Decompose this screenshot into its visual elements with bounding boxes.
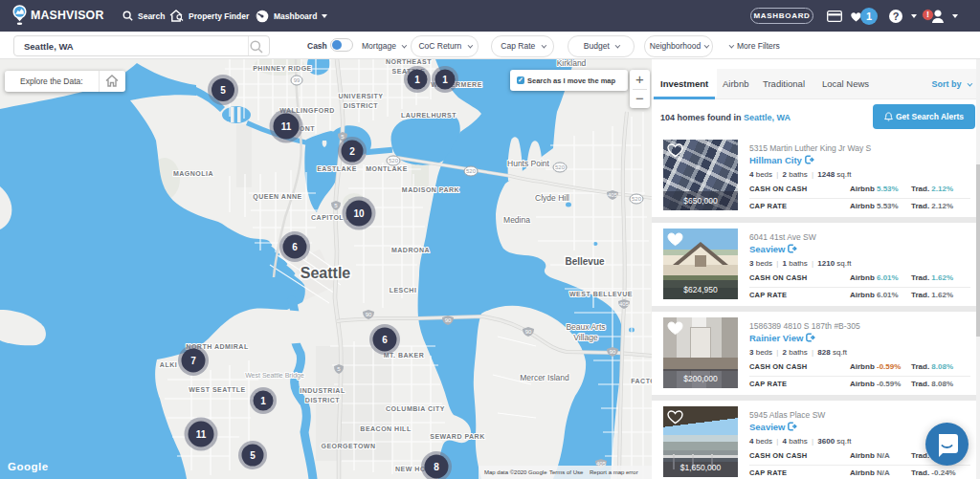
svg-text:11: 11 xyxy=(281,121,292,132)
svg-text:5: 5 xyxy=(250,450,256,461)
svg-text:405: 405 xyxy=(608,192,618,198)
svg-text:7: 7 xyxy=(190,356,196,366)
svg-text:UNIVERSITY: UNIVERSITY xyxy=(338,93,383,99)
svg-text:Beaux Arts: Beaux Arts xyxy=(566,322,605,332)
svg-text:520: 520 xyxy=(632,196,642,202)
svg-text:Village: Village xyxy=(573,333,598,342)
svg-text:DISTRICT: DISTRICT xyxy=(344,102,379,109)
svg-text:90: 90 xyxy=(610,349,616,355)
svg-text:GEORGETOWN: GEORGETOWN xyxy=(322,443,376,449)
svg-text:2: 2 xyxy=(349,146,355,157)
svg-text:NORTHEAST: NORTHEAST xyxy=(386,59,432,65)
svg-text:EASTLAKE: EASTLAKE xyxy=(317,165,357,172)
svg-text:MADISON PARK: MADISON PARK xyxy=(402,186,459,193)
svg-text:520: 520 xyxy=(555,164,566,170)
svg-text:LAURELHURST: LAURELHURST xyxy=(401,112,457,119)
svg-text:Terms of Use: Terms of Use xyxy=(549,469,584,475)
svg-text:10: 10 xyxy=(353,208,365,219)
svg-text:8: 8 xyxy=(434,462,439,472)
svg-text:99: 99 xyxy=(294,77,301,83)
svg-text:Seattle: Seattle xyxy=(301,265,351,281)
svg-text:5: 5 xyxy=(220,85,226,96)
svg-text:Medina: Medina xyxy=(503,215,530,225)
svg-text:520: 520 xyxy=(389,158,399,163)
svg-text:405: 405 xyxy=(619,301,630,307)
svg-text:MADRONA: MADRONA xyxy=(391,247,430,253)
svg-text:Mercer Island: Mercer Island xyxy=(520,373,569,382)
svg-text:MAGNOLIA: MAGNOLIA xyxy=(173,170,213,177)
svg-text:90: 90 xyxy=(366,312,372,317)
svg-text:INDUSTRIAL: INDUSTRIAL xyxy=(300,387,345,394)
svg-text:1: 1 xyxy=(414,75,420,85)
svg-text:BEACON HILL: BEACON HILL xyxy=(360,425,412,432)
svg-text:QUEEN ANNE: QUEEN ANNE xyxy=(253,193,301,201)
svg-text:Google: Google xyxy=(8,461,49,472)
svg-text:WEST SEATTLE: WEST SEATTLE xyxy=(189,386,246,393)
svg-text:520: 520 xyxy=(466,168,477,174)
svg-text:6: 6 xyxy=(382,335,388,345)
svg-text:WEST BELLEVUE: WEST BELLEVUE xyxy=(569,291,633,297)
svg-text:PHINNEY RIDGE: PHINNEY RIDGE xyxy=(253,65,312,72)
svg-text:West Seattle Bridge: West Seattle Bridge xyxy=(245,372,304,380)
svg-text:Clyde Hill: Clyde Hill xyxy=(535,193,569,203)
svg-text:Report a map error: Report a map error xyxy=(590,469,638,475)
svg-text:11: 11 xyxy=(196,429,207,440)
svg-text:6: 6 xyxy=(292,242,298,252)
svg-text:COLUMBIA CITY: COLUMBIA CITY xyxy=(386,405,445,412)
svg-text:90: 90 xyxy=(525,329,532,335)
svg-text:Kirkland: Kirkland xyxy=(557,59,587,68)
svg-text:Bellevue: Bellevue xyxy=(565,256,605,267)
svg-text:1: 1 xyxy=(260,396,266,406)
svg-text:FACTORIA: FACTORIA xyxy=(631,378,652,384)
svg-text:Hunts Point: Hunts Point xyxy=(507,159,550,168)
svg-text:1: 1 xyxy=(442,75,448,85)
svg-text:ALKI: ALKI xyxy=(160,361,177,368)
svg-text:MONTLAKE: MONTLAKE xyxy=(366,165,408,172)
svg-text:90: 90 xyxy=(445,317,452,323)
svg-text:Map data ©2020 Google: Map data ©2020 Google xyxy=(484,469,547,475)
svg-text:SEWARD PARK: SEWARD PARK xyxy=(430,433,484,440)
svg-text:DISTRICT: DISTRICT xyxy=(305,397,341,403)
svg-text:LESCHI: LESCHI xyxy=(390,287,417,294)
